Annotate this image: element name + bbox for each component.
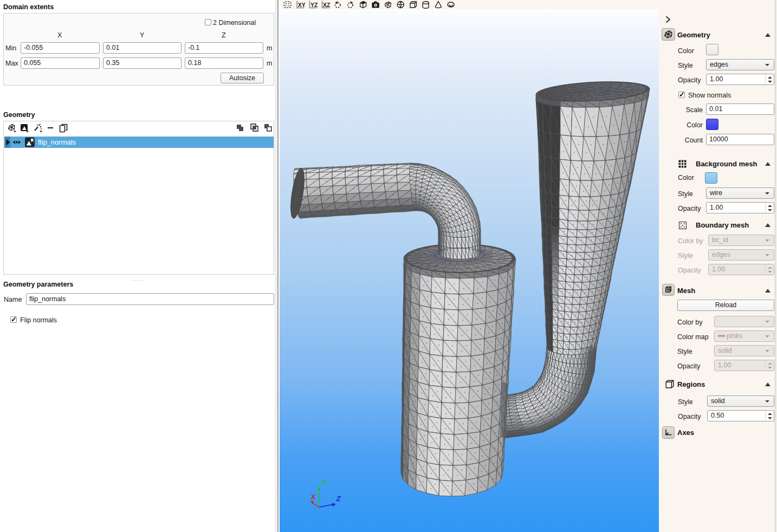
svg-text:Y: Y (321, 479, 327, 487)
svg-text:Z: Z (336, 495, 341, 503)
svg-text:XY: XY (298, 2, 306, 8)
svg-text:YZ: YZ (310, 2, 318, 8)
svg-text:X: X (310, 493, 316, 501)
svg-text:XZ: XZ (323, 2, 331, 8)
